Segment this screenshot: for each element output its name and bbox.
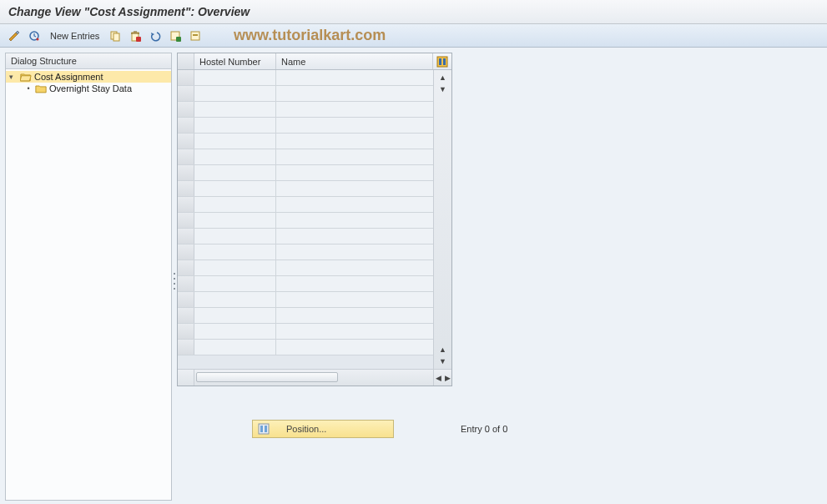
cell-hostel-number[interactable] (194, 134, 276, 149)
cell-name[interactable] (276, 134, 433, 149)
cell-name[interactable] (276, 197, 433, 212)
horizontal-scrollbar[interactable]: ◀ ▶ (178, 369, 451, 386)
cell-hostel-number[interactable] (194, 308, 276, 323)
toggle-display-change-icon[interactable] (7, 28, 22, 43)
expand-collapse-icon[interactable]: ▾ (9, 73, 18, 81)
row-selector[interactable] (178, 229, 194, 244)
cell-hostel-number[interactable] (194, 149, 276, 164)
tree-item-overnight-stay[interactable]: • Overnight Stay Data (6, 83, 171, 94)
cell-name[interactable] (276, 260, 433, 275)
row-selector[interactable] (178, 340, 194, 355)
table-row[interactable] (178, 102, 433, 118)
scroll-down2-icon[interactable]: ▼ (437, 355, 449, 367)
cell-name[interactable] (276, 229, 433, 244)
row-selector[interactable] (178, 276, 194, 291)
table-row[interactable] (178, 244, 433, 260)
cell-hostel-number[interactable] (194, 229, 276, 244)
cell-name[interactable] (276, 292, 433, 307)
cell-name[interactable] (276, 165, 433, 180)
cell-hostel-number[interactable] (194, 292, 276, 307)
table-row[interactable] (178, 292, 433, 308)
cell-name[interactable] (276, 86, 433, 101)
row-selector[interactable] (178, 102, 194, 117)
cell-hostel-number[interactable] (194, 213, 276, 228)
hscroll-thumb[interactable] (196, 372, 338, 382)
cell-hostel-number[interactable] (194, 181, 276, 196)
splitter-handle[interactable] (174, 273, 179, 290)
table-row[interactable] (178, 197, 433, 213)
row-selector[interactable] (178, 165, 194, 180)
row-selector[interactable] (178, 244, 194, 260)
scroll-up2-icon[interactable]: ▲ (437, 344, 449, 355)
cell-name[interactable] (276, 181, 433, 196)
column-header-hostel-number[interactable]: Hostel Number (194, 53, 276, 69)
cell-name[interactable] (276, 118, 433, 133)
table-row[interactable] (178, 86, 433, 102)
row-selector[interactable] (178, 324, 194, 339)
table-row[interactable] (178, 229, 433, 244)
row-selector[interactable] (178, 181, 194, 196)
cell-name[interactable] (276, 308, 433, 323)
cell-name[interactable] (276, 340, 433, 355)
row-selector[interactable] (178, 308, 194, 323)
scroll-down-icon[interactable]: ▼ (437, 83, 449, 95)
table-row[interactable] (178, 213, 433, 229)
cell-hostel-number[interactable] (194, 118, 276, 133)
table-row[interactable] (178, 181, 433, 197)
cell-name[interactable] (276, 102, 433, 117)
row-selector[interactable] (178, 134, 194, 149)
table-row[interactable] (178, 118, 433, 134)
table-row[interactable] (178, 134, 433, 149)
column-header-name[interactable]: Name (276, 53, 433, 69)
table-row[interactable] (178, 70, 433, 86)
cell-name[interactable] (276, 149, 433, 164)
table-row[interactable] (178, 149, 433, 165)
vertical-scrollbar[interactable]: ▲ ▼ ▲ ▼ (433, 70, 451, 369)
table-row[interactable] (178, 340, 433, 355)
table-row[interactable] (178, 260, 433, 276)
table-row[interactable] (178, 308, 433, 324)
delete-icon[interactable] (128, 28, 143, 43)
cell-hostel-number[interactable] (194, 324, 276, 339)
cell-hostel-number[interactable] (194, 340, 276, 355)
cell-hostel-number[interactable] (194, 260, 276, 275)
deselect-all-icon[interactable] (188, 28, 203, 43)
row-selector[interactable] (178, 70, 194, 85)
table-row[interactable] (178, 324, 433, 340)
cell-name[interactable] (276, 213, 433, 228)
cell-hostel-number[interactable] (194, 70, 276, 85)
open-folder-icon (20, 73, 32, 82)
row-selector[interactable] (178, 118, 194, 133)
cell-name[interactable] (276, 244, 433, 260)
tree-item-cost-assignment[interactable]: ▾ Cost Assignment (6, 71, 171, 83)
copy-icon[interactable] (108, 28, 123, 43)
table-row[interactable] (178, 276, 433, 292)
table-settings-icon[interactable] (433, 53, 451, 69)
scroll-right-icon[interactable]: ▶ (443, 374, 452, 382)
undo-change-icon[interactable] (148, 28, 163, 43)
select-all-column-header[interactable] (178, 53, 194, 69)
row-selector[interactable] (178, 213, 194, 228)
table-row[interactable] (178, 165, 433, 181)
select-all-icon[interactable] (168, 28, 183, 43)
cell-hostel-number[interactable] (194, 197, 276, 212)
row-selector[interactable] (178, 292, 194, 307)
new-entries-button[interactable]: New Entries (47, 31, 103, 41)
cell-name[interactable] (276, 70, 433, 85)
scroll-up-icon[interactable]: ▲ (437, 72, 449, 83)
row-selector[interactable] (178, 86, 194, 101)
other-entry-icon[interactable] (27, 28, 42, 43)
cell-hostel-number[interactable] (194, 165, 276, 180)
cell-hostel-number[interactable] (194, 244, 276, 260)
svg-point-1 (37, 38, 39, 40)
position-button[interactable]: Position... (252, 420, 394, 438)
cell-name[interactable] (276, 276, 433, 291)
row-selector[interactable] (178, 149, 194, 164)
row-selector[interactable] (178, 197, 194, 212)
row-selector[interactable] (178, 260, 194, 275)
scroll-left-icon[interactable]: ◀ (434, 374, 443, 382)
cell-hostel-number[interactable] (194, 102, 276, 117)
cell-hostel-number[interactable] (194, 276, 276, 291)
cell-name[interactable] (276, 324, 433, 339)
cell-hostel-number[interactable] (194, 86, 276, 101)
